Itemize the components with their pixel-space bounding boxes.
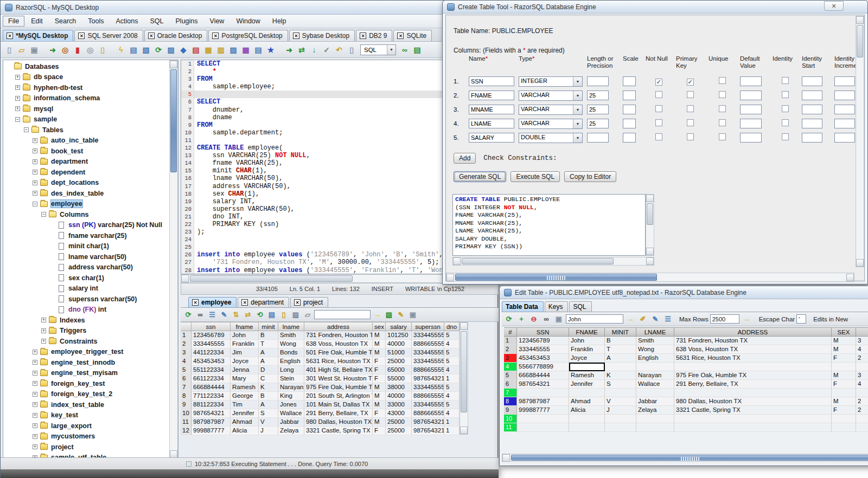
- scroll-down-icon[interactable]: [170, 450, 177, 458]
- column-header-MINIT[interactable]: MINIT: [605, 327, 636, 337]
- expand-icon[interactable]: +: [33, 191, 37, 196]
- db-tools-icon[interactable]: ▤: [252, 44, 264, 55]
- column-type-select[interactable]: VARCHAR▼: [519, 119, 583, 129]
- expand-icon[interactable]: +: [15, 96, 20, 101]
- table-cell[interactable]: [517, 389, 569, 397]
- table-cell[interactable]: Franklin: [569, 345, 605, 354]
- menu-search[interactable]: Search: [49, 16, 82, 27]
- tree-item-engine-test-myisam[interactable]: +engine_test_myisam: [3, 368, 169, 379]
- tree-item-address-varchar-50-[interactable]: address varchar(50): [3, 262, 169, 273]
- expand-icon[interactable]: +: [41, 339, 46, 344]
- go-arrow-icon[interactable]: →: [372, 309, 382, 320]
- go-arrow-icon[interactable]: →: [625, 314, 636, 325]
- tree-item-employee-trigger-test[interactable]: +employee_trigger_test: [3, 347, 169, 358]
- create-horizontal-scrollbar[interactable]: [446, 273, 854, 282]
- column-type-select[interactable]: DOUBLE▼: [519, 133, 583, 143]
- table-cell[interactable]: S: [605, 380, 636, 389]
- table-row[interactable]: 8771122334GeorgeBKing201 South St, Arlin…: [181, 392, 459, 401]
- default-value-input[interactable]: [740, 76, 762, 86]
- table-cell[interactable]: 2: [856, 406, 868, 415]
- tree-item-sample[interactable]: −sample: [3, 114, 169, 125]
- create-hscroll-thumb[interactable]: [455, 274, 657, 281]
- identity-start-input[interactable]: [802, 91, 822, 100]
- unique-checkbox[interactable]: [719, 77, 726, 84]
- table-cell[interactable]: 999887777: [517, 406, 569, 415]
- row-search-input[interactable]: John: [566, 314, 623, 324]
- edit-connection-icon[interactable]: ◎: [84, 44, 96, 55]
- add-row-icon[interactable]: +: [516, 314, 527, 325]
- sql-hscroll-thumb[interactable]: [462, 258, 614, 264]
- menu-view[interactable]: View: [205, 16, 230, 27]
- table-cell[interactable]: 980 Dallas, Houston TX: [674, 397, 832, 406]
- tab-close-icon[interactable]: ✕: [293, 33, 299, 39]
- table-cell[interactable]: B: [605, 337, 636, 345]
- menu-sql[interactable]: SQL: [145, 16, 169, 27]
- tree-item-information-schema[interactable]: +information_schema: [3, 93, 169, 104]
- favorites-icon[interactable]: ★: [265, 44, 277, 55]
- table-cell[interactable]: [856, 363, 868, 371]
- collapse-icon[interactable]: −: [24, 127, 29, 132]
- column-header-dno[interactable]: dno: [444, 322, 459, 331]
- table-cell[interactable]: 987654321: [517, 380, 569, 389]
- task-list-icon[interactable]: ▤: [127, 44, 139, 55]
- expand-icon[interactable]: +: [33, 138, 37, 143]
- scale-input[interactable]: [623, 105, 636, 114]
- tree-item-hyphen-db-test[interactable]: +hyphen-db-test: [3, 82, 169, 93]
- table-row[interactable]: 11987987987AhmadVJabbar980 Dallas, Houst…: [181, 418, 459, 427]
- table-cell[interactable]: 3: [856, 371, 868, 380]
- table-row[interactable]: 4453453453JoyceAEnglish5631 Rice, Housto…: [181, 357, 459, 366]
- scale-input[interactable]: [623, 133, 636, 143]
- menu-window[interactable]: Window: [231, 16, 265, 27]
- identity-increment-input[interactable]: [834, 119, 855, 128]
- page-icon[interactable]: ▯: [278, 309, 289, 320]
- new-file-icon[interactable]: ▯: [3, 44, 15, 55]
- table-cell[interactable]: Zelaya: [636, 406, 674, 415]
- not-null-checkbox[interactable]: [655, 105, 662, 112]
- refresh-icon[interactable]: ⟳: [503, 314, 514, 325]
- not-null-checkbox[interactable]: [655, 133, 662, 140]
- escape-char-input[interactable]: ': [796, 314, 806, 324]
- column-header-ADDRESS[interactable]: ADDRESS: [674, 327, 832, 337]
- check-icon[interactable]: ✓: [321, 44, 333, 55]
- table-row[interactable]: 10: [504, 415, 868, 423]
- table-cell[interactable]: 666884444: [517, 371, 569, 380]
- sql-vertical-scrollbar[interactable]: [646, 194, 654, 256]
- table-arrows-icon[interactable]: ▥: [215, 44, 227, 55]
- table-cell[interactable]: M: [832, 345, 856, 354]
- table-cell[interactable]: M: [832, 371, 856, 380]
- tree-item-dependent[interactable]: +dependent: [3, 167, 169, 178]
- column-header-sex[interactable]: sex: [373, 322, 386, 331]
- expand-icon[interactable]: +: [33, 170, 37, 175]
- edit-icon[interactable]: ✎: [395, 309, 406, 320]
- table-cell[interactable]: [605, 415, 636, 423]
- tree-item-indexes[interactable]: +Indexes: [3, 315, 169, 326]
- table-cell[interactable]: Ramesh: [569, 371, 605, 380]
- length-precision-input[interactable]: [587, 133, 609, 143]
- tree-item-book-test[interactable]: +book_test: [3, 146, 169, 157]
- table-cell[interactable]: Narayan: [636, 371, 674, 380]
- table-cell[interactable]: 3: [856, 337, 868, 345]
- connection-tab-sqlite[interactable]: ✕SQLite: [393, 30, 432, 41]
- column-type-select[interactable]: INTEGER▼: [519, 76, 583, 87]
- results-grid[interactable]: ssnfnameminitlnameaddresssexsalarysupers…: [181, 322, 459, 435]
- table-cell[interactable]: 5566778899: [517, 363, 569, 371]
- doc-icon[interactable]: ▱: [302, 309, 313, 320]
- delete-row-icon[interactable]: ⊖: [528, 314, 539, 325]
- tree-vertical-scrollbar[interactable]: [169, 60, 178, 458]
- table-cell[interactable]: F: [832, 380, 856, 389]
- filter-icon[interactable]: ☰: [207, 309, 218, 320]
- expand-icon[interactable]: +: [33, 423, 37, 428]
- tree-item-columns[interactable]: −Columns: [3, 209, 169, 220]
- tree-item-auto-inc-table[interactable]: +auto_inc_table: [3, 135, 169, 146]
- table-cell[interactable]: Wallace: [636, 380, 674, 389]
- table-cell[interactable]: Jabbar: [636, 397, 674, 406]
- table-cell[interactable]: [636, 389, 674, 397]
- table-cell[interactable]: 638 Voss, Houston TX: [674, 345, 832, 354]
- table-cell[interactable]: V: [605, 397, 636, 406]
- create-vertical-scrollbar[interactable]: [856, 16, 864, 267]
- length-precision-input[interactable]: [587, 76, 609, 86]
- collapse-icon[interactable]: −: [33, 202, 37, 206]
- column-header-address[interactable]: address: [304, 322, 373, 331]
- table-row[interactable]: 3441122334JimABonds501 Fire Oak, Humble …: [181, 348, 459, 357]
- close-icon[interactable]: ✕: [824, 1, 844, 11]
